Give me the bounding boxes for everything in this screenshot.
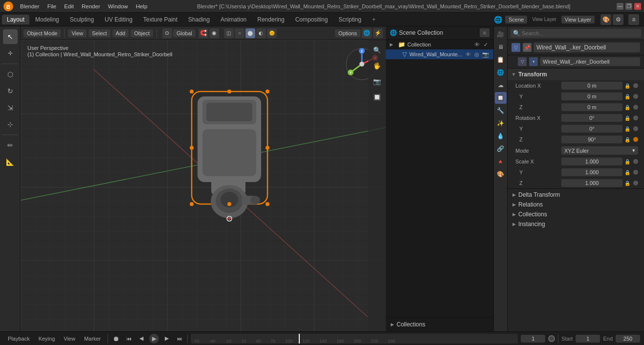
zoom-in-btn[interactable]: 🔍 (370, 43, 384, 57)
start-frame-input[interactable]: 1 (576, 335, 600, 343)
object-menu[interactable]: Object (131, 29, 153, 37)
tab-compositing[interactable]: Compositing (290, 15, 333, 24)
rotation-y-lock[interactable]: 🔒 (624, 126, 631, 132)
tab-layout[interactable]: Layout (2, 15, 29, 24)
solid-btn[interactable]: ⬤ (245, 28, 255, 38)
timeline-scrubber[interactable]: -70 -40 -10 10 40 70 100 120 140 160 200… (191, 334, 518, 344)
tl-tab-keying[interactable]: Keying (35, 335, 59, 343)
close-button[interactable]: ✕ (634, 3, 641, 10)
relations-section[interactable]: ▶ Relations (511, 200, 640, 209)
wireframe-btn[interactable]: ○ (235, 28, 244, 38)
frame-dot[interactable] (548, 335, 555, 342)
end-frame-input[interactable]: 250 (616, 335, 640, 343)
properties-search[interactable]: 🔍 (511, 29, 641, 38)
annotate-tool[interactable]: ✏ (3, 138, 18, 153)
collection-vis-eye[interactable]: 👁 (473, 41, 481, 48)
scale-z-keyframe[interactable] (633, 181, 638, 185)
tl-play-btn[interactable]: ▶ (149, 334, 159, 344)
location-y-value[interactable]: 0 m (561, 92, 622, 100)
prop-tab-constraints[interactable]: 🔗 (495, 143, 507, 155)
add-menu[interactable]: Add (112, 29, 129, 37)
scale-x-lock[interactable]: 🔒 (624, 159, 631, 164)
rotation-x-lock[interactable]: 🔒 (624, 115, 631, 121)
ortho-toggle-btn[interactable]: 🔲 (370, 90, 384, 104)
snap-btn[interactable]: 🧲 (199, 28, 208, 38)
object-restrict-render[interactable]: 📷 (482, 50, 489, 58)
rendered-btn[interactable]: 🌞 (267, 28, 277, 38)
prop-tab-modifier[interactable]: 🔧 (495, 105, 507, 116)
object-restrict-select[interactable]: ◎ (473, 50, 481, 58)
select-menu[interactable]: Select (89, 29, 111, 37)
rotation-x-keyframe[interactable] (633, 115, 638, 120)
tab-modeling[interactable]: Modeling (30, 15, 64, 24)
maximize-button[interactable]: ❐ (625, 3, 632, 10)
menu-window[interactable]: Window (105, 2, 132, 10)
scale-x-value[interactable]: 1.000 (561, 158, 622, 165)
collections-prop-section[interactable]: ▶ Collections (511, 209, 640, 219)
tl-tab-marker[interactable]: Marker (80, 335, 105, 343)
viewport-3d[interactable]: User Perspective (1) Collection | Wired_… (21, 40, 386, 331)
transform-pivot-btn[interactable]: ⊙ (162, 28, 172, 38)
tab-scripting[interactable]: Scripting (333, 15, 366, 24)
overlays-btn[interactable]: ⚡ (373, 28, 383, 38)
menu-blender[interactable]: Blender (17, 2, 43, 10)
view-layer-dropdown[interactable]: View Layer (561, 16, 595, 23)
proportional-edit-btn[interactable]: ◉ (209, 28, 219, 38)
properties-search-input[interactable] (522, 30, 639, 36)
rotation-z-keyframe[interactable] (633, 137, 638, 142)
scale-z-lock[interactable]: 🔒 (624, 181, 631, 186)
transform-tool[interactable]: ⊹ (3, 117, 18, 132)
scale-z-value[interactable]: 1.000 (561, 179, 622, 187)
gizmos-btn[interactable]: 🌐 (362, 28, 372, 38)
object-name-display[interactable]: Wired_Wall_..ker_Doorbell (533, 43, 640, 52)
prop-tab-scene[interactable]: 🌐 (495, 67, 507, 78)
tl-tab-playback[interactable]: Playback (4, 335, 34, 343)
tab-shading[interactable]: Shading (183, 15, 215, 24)
scale-y-keyframe[interactable] (633, 170, 638, 175)
filter-icon-btn[interactable]: ≡ (628, 14, 639, 25)
rotation-mode-select[interactable]: XYZ Euler ▾ (561, 146, 638, 155)
location-z-keyframe[interactable] (633, 105, 638, 110)
tl-next-keyframe-btn[interactable]: ⏭ (175, 334, 184, 344)
engine-icon-btn[interactable]: 🎨 (600, 14, 611, 25)
tree-item-collection[interactable]: ▶ 📁 Collection 👁 ✓ (386, 40, 493, 49)
rotate-tool[interactable]: ↻ (3, 84, 18, 98)
rotation-z-value[interactable]: 90° (561, 136, 622, 143)
transform-space-dropdown[interactable]: Global (173, 29, 196, 37)
delta-transform-section[interactable]: ▶ Delta Transform (511, 190, 640, 200)
prop-tab-output[interactable]: 🖥 (495, 41, 507, 53)
tab-animation[interactable]: Animation (216, 15, 251, 24)
tab-rendering[interactable]: Rendering (252, 15, 289, 24)
object-vis-eye[interactable]: 👁 (464, 50, 472, 58)
pin-icon[interactable]: 📌 (523, 43, 532, 52)
tl-prev-keyframe-btn[interactable]: ⏮ (124, 334, 133, 344)
location-y-keyframe[interactable] (633, 94, 638, 99)
location-x-keyframe[interactable] (633, 83, 638, 88)
tl-prev-frame-btn[interactable]: ◀ (136, 334, 146, 344)
prop-tab-particles[interactable]: ✨ (495, 117, 507, 129)
timeline-playhead[interactable] (299, 334, 300, 344)
view-menu[interactable]: View (68, 29, 87, 37)
prop-tab-object[interactable]: 🔲 (495, 92, 507, 104)
prop-tab-view-layer[interactable]: 📋 (495, 54, 507, 66)
options-dropdown[interactable]: Options (335, 29, 360, 37)
move-tool[interactable]: ⬡ (3, 67, 18, 82)
select-tool[interactable]: ↖ (3, 29, 18, 44)
tab-uv-editing[interactable]: UV Editing (100, 15, 137, 24)
location-z-lock[interactable]: 🔒 (624, 105, 631, 110)
sub-obj-dropdown[interactable]: ▾ (529, 57, 538, 66)
scene-name-badge[interactable]: Scene (505, 16, 527, 23)
scale-y-lock[interactable]: 🔒 (624, 170, 631, 175)
tree-item-object[interactable]: ▽ Wired_Wall_Mounte... 👁 ◎ 📷 (386, 49, 493, 59)
scale-y-value[interactable]: 1.000 (561, 168, 622, 176)
menu-edit[interactable]: Edit (61, 2, 77, 10)
minimize-button[interactable]: — (617, 3, 623, 10)
render-engine-btn[interactable]: ⚙ (613, 14, 623, 25)
location-y-lock[interactable]: 🔒 (624, 94, 631, 99)
outliner-filter-btn[interactable]: ≡ (480, 28, 489, 37)
menu-file[interactable]: File (44, 2, 60, 10)
outliner-tree[interactable]: ▶ 📁 Collection 👁 ✓ ▽ Wired_Wall_Mounte..… (386, 40, 493, 317)
xray-btn[interactable]: ◫ (224, 28, 234, 38)
rotation-x-value[interactable]: 0° (561, 114, 622, 122)
prop-tab-material[interactable]: 🎨 (495, 168, 507, 180)
